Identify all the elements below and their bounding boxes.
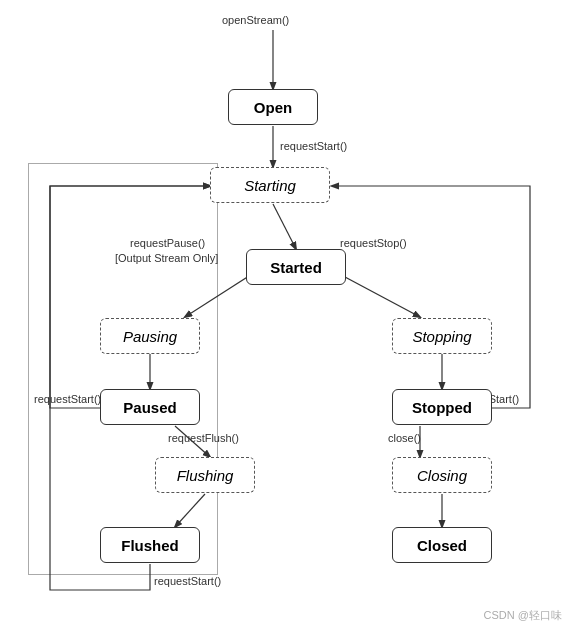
label-requeststart2: requestStart() bbox=[34, 393, 101, 405]
node-started: Started bbox=[246, 249, 346, 285]
outer-box-left bbox=[28, 163, 218, 575]
node-stopping: Stopping bbox=[392, 318, 492, 354]
node-starting: Starting bbox=[210, 167, 330, 203]
node-paused: Paused bbox=[100, 389, 200, 425]
node-pausing: Pausing bbox=[100, 318, 200, 354]
node-flushed: Flushed bbox=[100, 527, 200, 563]
node-stopped: Stopped bbox=[392, 389, 492, 425]
label-openstream: openStream() bbox=[222, 14, 289, 26]
state-diagram: openStream() requestStart() requestPause… bbox=[0, 0, 574, 631]
label-requestflush: requestFlush() bbox=[168, 432, 239, 444]
node-closing: Closing bbox=[392, 457, 492, 493]
label-requestpause: requestPause() bbox=[130, 237, 205, 249]
label-requeststop: requestStop() bbox=[340, 237, 407, 249]
node-closed: Closed bbox=[392, 527, 492, 563]
label-outputstreamonly: [Output Stream Only] bbox=[115, 252, 218, 264]
svg-line-2 bbox=[273, 204, 296, 249]
node-flushing: Flushing bbox=[155, 457, 255, 493]
watermark: CSDN @轻口味 bbox=[484, 608, 562, 623]
node-open: Open bbox=[228, 89, 318, 125]
label-close: close() bbox=[388, 432, 421, 444]
label-requeststart3: requestStart() bbox=[154, 575, 221, 587]
label-requeststart1: requestStart() bbox=[280, 140, 347, 152]
